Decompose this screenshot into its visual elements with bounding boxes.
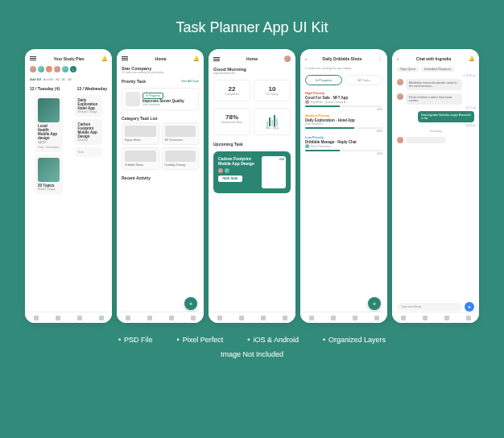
filter-chips: Add All Add All All All All bbox=[25, 74, 112, 85]
menu-icon[interactable] bbox=[30, 56, 36, 60]
nav-icon[interactable] bbox=[147, 316, 152, 320]
stat-satisfaction[interactable]: 78% Satisfaction Rate bbox=[213, 108, 250, 135]
nav-icon[interactable] bbox=[77, 316, 82, 320]
featured-task[interactable]: Carbon Footprint Mobile App Design TAKE … bbox=[213, 151, 291, 193]
category-card[interactable]: Dribbble Shots bbox=[122, 147, 159, 170]
back-icon[interactable]: ‹ bbox=[305, 56, 307, 61]
nav-icon[interactable] bbox=[401, 316, 406, 320]
menu-icon[interactable] bbox=[122, 56, 128, 60]
msg-bubble bbox=[406, 137, 446, 143]
bottom-nav bbox=[25, 312, 112, 323]
nav-icon[interactable] bbox=[56, 316, 60, 320]
bell-icon[interactable]: 🔔 bbox=[193, 56, 199, 61]
tab-in-progress[interactable]: In Progress bbox=[305, 75, 342, 85]
take-task-button[interactable]: TAKE TASK bbox=[218, 176, 242, 182]
avatar[interactable] bbox=[30, 66, 36, 72]
fab-add[interactable]: + bbox=[368, 297, 381, 310]
chat-tag[interactable]: Immediate Response bbox=[421, 67, 454, 72]
msg-bubble-mine: Data Ingredia Nutrisha enjoys Banooshi i… bbox=[418, 111, 474, 122]
screen-home-company: Home 🔔 Star Company 12 tasks are waiting… bbox=[117, 49, 204, 323]
bottom-nav bbox=[300, 312, 387, 323]
nav-icon[interactable] bbox=[99, 316, 104, 320]
task-card[interactable]: Local Health Mobile App design 14/22 Tas… bbox=[35, 95, 63, 152]
recent-label: Recent Activity bbox=[122, 176, 151, 180]
nav-icon[interactable] bbox=[423, 316, 428, 320]
task-card[interactable]: 20 Topics Mobile Design bbox=[35, 155, 63, 194]
screen-study-plan: Your Study Plan 🔔 + Add All Add All All … bbox=[25, 49, 112, 323]
category-card[interactable]: Usability Testing bbox=[162, 147, 200, 170]
avatar[interactable] bbox=[38, 66, 44, 72]
nav-icon[interactable] bbox=[169, 316, 174, 320]
screen2-title: Home bbox=[155, 56, 167, 61]
nav-icon[interactable] bbox=[353, 316, 357, 320]
avatar-more[interactable]: + bbox=[70, 66, 76, 72]
fab-add[interactable]: + bbox=[184, 297, 197, 310]
msg-avatar[interactable] bbox=[397, 93, 403, 100]
nav-icon[interactable] bbox=[444, 316, 449, 320]
msg-avatar[interactable] bbox=[397, 79, 403, 85]
priority-high[interactable]: High Priority Good For Sale - NFT App Fi… bbox=[305, 91, 382, 111]
screen4-sub: 5 tasks are waiting for you today bbox=[300, 64, 387, 72]
nav-icon[interactable] bbox=[283, 316, 287, 320]
task-card[interactable]: Carbon Footprint Mobile App Design Websi… bbox=[75, 119, 102, 145]
nav-icon[interactable] bbox=[126, 316, 130, 320]
nav-icon[interactable] bbox=[261, 316, 266, 320]
menu-icon[interactable] bbox=[213, 57, 220, 61]
tab-all-tasks[interactable]: All Tasks bbox=[345, 75, 382, 85]
more-icon[interactable]: ⋮ bbox=[378, 56, 382, 61]
screen5-title: Chat with Ingredia bbox=[416, 56, 451, 61]
profile-avatar[interactable] bbox=[284, 56, 291, 62]
nav-icon[interactable] bbox=[34, 316, 39, 320]
priority-medium[interactable]: Medium Priority Daily Exploration - Hote… bbox=[305, 114, 382, 133]
nav-icon[interactable] bbox=[239, 316, 244, 320]
bottom-nav bbox=[117, 312, 204, 323]
stat-ongoing[interactable]: 10 On Going bbox=[254, 80, 291, 101]
feature-item: •iOS & Android bbox=[247, 336, 299, 344]
feature-item: •Organized Layers bbox=[323, 336, 386, 344]
back-icon[interactable]: ‹ bbox=[397, 56, 399, 61]
task-card[interactable]: Task bbox=[75, 147, 102, 157]
send-button[interactable]: ➤ bbox=[465, 302, 474, 312]
nav-icon[interactable] bbox=[466, 316, 471, 320]
avatar[interactable] bbox=[62, 66, 68, 72]
avatar-row: + bbox=[25, 64, 112, 74]
avatar[interactable] bbox=[46, 66, 52, 72]
nav-icon[interactable] bbox=[331, 316, 336, 320]
screen-chat: ‹ Chat with Ingredia 🔔 Open Quest Immedi… bbox=[392, 49, 479, 323]
msg-avatar[interactable] bbox=[397, 137, 403, 143]
msg-bubble: Meditation means dis-identifi- cation in… bbox=[406, 79, 462, 90]
feature-item: •Pixel Perfect bbox=[177, 336, 224, 344]
company-sub: 12 tasks are waiting for you today bbox=[122, 71, 199, 74]
nav-icon[interactable] bbox=[191, 316, 196, 320]
stat-period[interactable]: Mar - May bbox=[254, 108, 291, 135]
chat-tag[interactable]: Open Quest bbox=[397, 67, 419, 72]
category-card[interactable]: Figma Shots bbox=[122, 122, 159, 145]
chip[interactable]: Add All bbox=[30, 77, 41, 81]
bell-icon[interactable]: 🔔 bbox=[101, 56, 107, 61]
features-row: •PSD File •Pixel Perfect •iOS & Android … bbox=[0, 323, 504, 350]
nav-icon[interactable] bbox=[374, 316, 379, 320]
status-badge: In Progress bbox=[143, 93, 163, 99]
date-divider: Yesterday bbox=[392, 127, 479, 135]
chip[interactable]: All bbox=[56, 77, 59, 81]
msg-bubble: Finish it before a select time frame cre… bbox=[406, 93, 462, 105]
bell-icon[interactable]: 🔔 bbox=[469, 56, 474, 61]
greeting-sub: Ingredia Nutrisha bbox=[213, 72, 291, 75]
screen-home-stats: Home Good Morning Ingredia Nutrisha 22 C… bbox=[209, 49, 295, 323]
avatar[interactable] bbox=[54, 66, 60, 72]
task-card[interactable]: Daily Exploration Hotel App Website Desi… bbox=[75, 95, 102, 117]
nav-icon[interactable] bbox=[217, 316, 222, 320]
feature-item: •PSD File bbox=[118, 336, 153, 344]
chip[interactable]: Add All bbox=[43, 77, 53, 81]
priority-task-card[interactable]: In Progress Improves Server Quality User… bbox=[122, 88, 199, 110]
nav-icon[interactable] bbox=[309, 316, 314, 320]
stat-completed[interactable]: 22 Completed bbox=[213, 80, 250, 101]
see-all-link[interactable]: See All Task bbox=[181, 79, 199, 84]
chip[interactable]: All bbox=[62, 77, 65, 81]
category-card[interactable]: 3D Characters bbox=[162, 122, 200, 145]
kit-title: Task Planner App UI Kit bbox=[0, 0, 504, 49]
chat-input[interactable]: Type something bbox=[397, 303, 462, 311]
chip[interactable]: All bbox=[68, 77, 71, 81]
task-thumb bbox=[126, 92, 140, 106]
priority-low[interactable]: Low Priority Dribbble Manage - Reply Cha… bbox=[305, 135, 382, 155]
